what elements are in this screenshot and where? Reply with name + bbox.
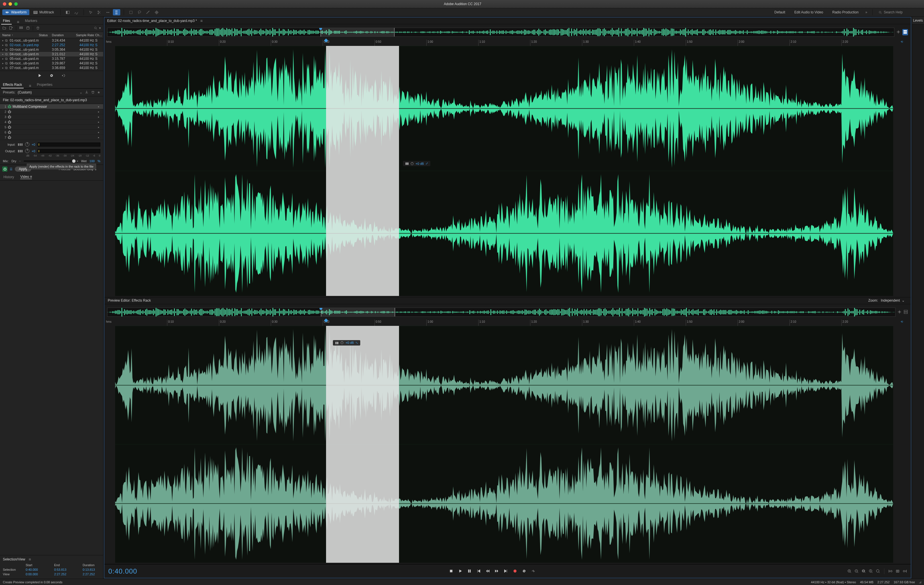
mix-slider[interactable] [24, 160, 74, 162]
window-max-icon[interactable] [14, 2, 18, 6]
zoom-out-time-icon[interactable] [855, 569, 859, 573]
file-row[interactable]: ▸⧉05-root...ub-yard.mp33:15.78744100 HzS [0, 56, 103, 61]
loop-marker-icon[interactable]: ⟲ [901, 40, 903, 43]
preset-select[interactable]: (Custom) [18, 90, 77, 94]
workspace-radio-production[interactable]: Radio Production [828, 10, 863, 15]
preview-overview-waveform[interactable] [107, 307, 896, 317]
workspace-default[interactable]: Default [771, 10, 789, 15]
slip-tool-icon[interactable] [104, 9, 112, 15]
forward-button[interactable] [495, 569, 499, 573]
window-close-icon[interactable] [3, 2, 6, 6]
file-row[interactable]: ▸⧉01-root...ub-yard.mp33:24.43444100 HzS [0, 38, 103, 43]
delete-preset-icon[interactable] [91, 90, 95, 95]
fx-rack-view-icon[interactable]: ☰ [10, 167, 13, 171]
preview-loop-icon[interactable] [50, 74, 54, 78]
workspace-overflow-icon[interactable]: » [864, 10, 869, 14]
markers-tab[interactable]: Markers [25, 17, 38, 24]
chevron-down-icon[interactable]: ⌄ [79, 90, 82, 94]
move-tool-icon[interactable] [87, 9, 95, 15]
delete-file-icon[interactable] [36, 26, 40, 30]
skip-selection-button[interactable] [531, 569, 535, 573]
file-row[interactable]: ▸⧉06-root...ub-yard.mp33:29.86744100 HzS [0, 61, 103, 66]
sel-end[interactable]: 0:53.813 [54, 568, 80, 571]
stop-button[interactable] [449, 569, 453, 573]
view-start[interactable]: 0:00.000 [26, 572, 51, 576]
file-list[interactable]: ▸⧉01-root...ub-yard.mp33:24.43444100 HzS… [0, 38, 103, 71]
go-to-end-button[interactable] [504, 569, 508, 573]
overview-waveform[interactable] [107, 28, 894, 37]
lasso-tool-icon[interactable] [136, 9, 144, 15]
zoom-out-amp-icon[interactable] [876, 569, 880, 573]
video-tab[interactable]: Video ≡ [20, 175, 32, 179]
fx-slot[interactable]: 2⏻▸ [0, 109, 103, 114]
zoom-in-time-icon[interactable] [847, 569, 851, 573]
time-ruler[interactable]: hms ⟲ 0:100:200:300:400:501:001:101:201:… [115, 40, 893, 46]
pause-button[interactable] [467, 569, 472, 573]
multitrack-mode-button[interactable]: Multitrack [30, 10, 57, 15]
preview-play-icon[interactable] [38, 74, 41, 78]
record-button[interactable] [513, 569, 517, 573]
waveform-mode-button[interactable]: Waveform [2, 10, 30, 15]
resize-grip-icon[interactable]: ◢ [919, 580, 921, 584]
insert-to-multitrack-icon[interactable] [19, 26, 23, 30]
preview-time-ruler[interactable]: hms ⟲ 0:100:200:300:400:501:001:101:201:… [115, 320, 893, 326]
files-tab[interactable]: Files [2, 17, 10, 24]
file-row[interactable]: ▸⧉03-root...ub-yard.mp33:05.36444100 HzS [0, 47, 103, 52]
razor-tool-icon[interactable] [96, 9, 103, 15]
mix-percent[interactable]: 100 [89, 159, 95, 163]
open-file-icon[interactable] [2, 26, 6, 30]
new-file-icon[interactable] [9, 26, 13, 30]
rewind-button[interactable] [486, 569, 490, 573]
loop-marker-icon[interactable]: ⟲ [901, 320, 903, 323]
input-gain-value[interactable]: +0 [31, 143, 35, 146]
zoom-to-sel-in-icon[interactable] [888, 569, 893, 573]
view-end[interactable]: 2:27.252 [54, 572, 80, 576]
preview-autoplay-icon[interactable] [61, 74, 66, 78]
fx-slot[interactable]: 7⏻▸ [0, 135, 103, 140]
hud-toggle-icon[interactable] [64, 9, 71, 15]
window-min-icon[interactable] [8, 2, 12, 6]
input-gain-knob[interactable] [25, 142, 30, 147]
preview-layers-icon[interactable] [904, 310, 908, 315]
loop-button[interactable] [522, 569, 526, 573]
fx-slot[interactable]: 1⏻Multiband Compressor▸ [0, 104, 103, 109]
pan-spectral-icon[interactable] [896, 30, 901, 35]
properties-tab[interactable]: Properties [36, 81, 53, 88]
zoom-to-sel-out-icon[interactable] [903, 569, 907, 573]
selection-view-menu-icon[interactable]: ≡ [29, 557, 31, 562]
play-button[interactable] [458, 569, 462, 573]
output-gain-knob[interactable] [25, 149, 30, 153]
files-filter-input[interactable]: ▾ [43, 26, 101, 30]
spectral-toggle-icon[interactable] [73, 9, 80, 15]
output-gain-value[interactable]: +0 [31, 149, 35, 153]
zoom-mode-select[interactable]: Independent ⌄ [878, 298, 908, 303]
levels-tab[interactable]: Levels [912, 17, 924, 25]
zoom-in-amp-icon[interactable] [869, 569, 873, 573]
effects-rack-menu-icon[interactable]: ≡ [29, 84, 31, 88]
brush-tool-icon[interactable] [145, 9, 152, 15]
go-to-start-button[interactable] [477, 569, 480, 573]
fx-rack-power-button[interactable]: ⏻ [2, 167, 7, 172]
show-layers-icon[interactable] [903, 29, 908, 35]
search-help-field[interactable]: Search Help [876, 10, 922, 15]
fx-slot[interactable]: 3⏻▸ [0, 114, 103, 119]
file-row[interactable]: ▸⧉07-root...ub-yard.mp33:36.65944100 HzS [0, 66, 103, 70]
zoom-to-selection-icon[interactable] [896, 569, 900, 573]
file-row[interactable]: ▸⧉04-root...ub-yard.mp33:21.01244100 HzS [0, 52, 103, 56]
zoom-reset-icon[interactable] [861, 569, 866, 573]
spot-heal-tool-icon[interactable] [153, 9, 160, 15]
preview-waveform[interactable]: dB-3-6-9-12-15L-15-12-9-6-3dB dB-3-6-9-1… [115, 326, 893, 563]
timecode[interactable]: 0:40.000 [108, 567, 137, 575]
hud-collapse-icon[interactable]: ⤡ [355, 341, 358, 345]
marquee-tool-icon[interactable] [127, 9, 135, 15]
fx-slot[interactable]: 6⏻▸ [0, 130, 103, 135]
effects-rack-tab[interactable]: Effects Rack [2, 81, 23, 88]
time-select-tool-icon[interactable] [113, 9, 120, 15]
files-panel-menu-icon[interactable]: ≡ [17, 20, 19, 24]
workspace-edit-audio-video[interactable]: Edit Audio to Video [790, 10, 827, 15]
preview-volume-hud[interactable]: ▮▮ +0 dB ⤡ [333, 340, 360, 345]
fx-slot[interactable]: 4⏻▸ [0, 119, 103, 125]
files-column-header[interactable]: Name ↑ Status Duration Sample Rate Ch... [0, 32, 103, 38]
editor-menu-icon[interactable]: ≡ [200, 18, 203, 23]
file-row[interactable]: ▸⧉02-root...b-yard.mp3 *2:27.25244100 Hz… [0, 43, 103, 47]
